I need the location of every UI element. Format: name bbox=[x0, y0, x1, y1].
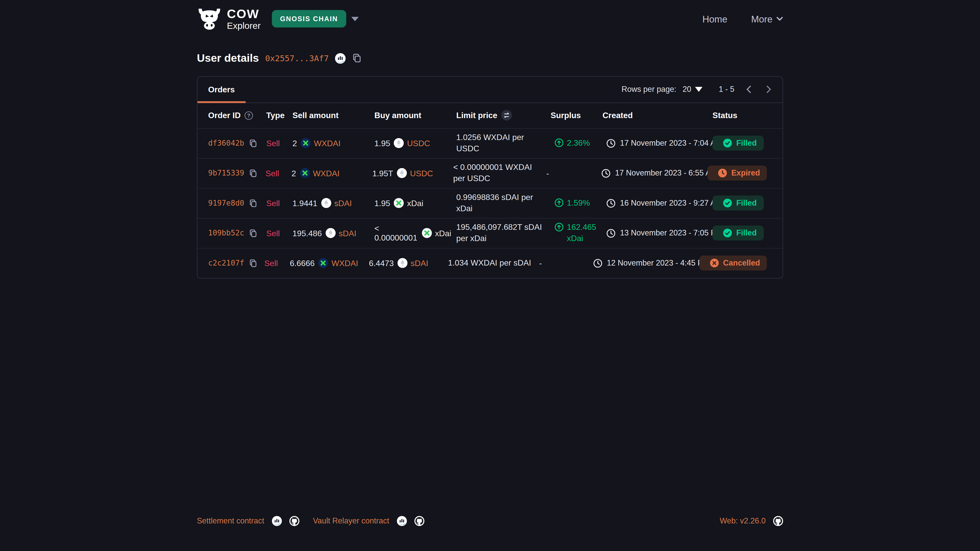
nav-home[interactable]: Home bbox=[702, 14, 727, 24]
network-selector-button[interactable]: GNOSIS CHAIN bbox=[272, 10, 346, 28]
copy-address-icon[interactable] bbox=[352, 53, 362, 63]
sell-amount: 1.9441 bbox=[293, 198, 317, 208]
buy-amount: 1.95 bbox=[374, 198, 390, 208]
copy-order-id-icon[interactable] bbox=[248, 228, 257, 238]
footer-link-label[interactable]: Vault Relayer contract bbox=[313, 516, 389, 525]
order-type-cell: Sell bbox=[264, 259, 290, 268]
buy-token-symbol[interactable]: xDai bbox=[407, 198, 423, 208]
sell-amount-cell: 2WXDAI bbox=[293, 138, 374, 148]
table-row: df36042bSell2WXDAI1.95USDC1.0256 WXDAI p… bbox=[197, 128, 783, 158]
surplus-value-wrap: 1.59% bbox=[551, 197, 590, 208]
clock-icon bbox=[601, 168, 611, 178]
web-version-label: Web: v2.26.0 bbox=[720, 516, 765, 525]
surplus-value: 162.465 xDai bbox=[567, 222, 597, 244]
col-sell-amount: Sell amount bbox=[293, 110, 339, 120]
buy-amount-cell: 1.95xDai bbox=[374, 198, 456, 208]
swap-price-icon[interactable] bbox=[501, 110, 512, 121]
status-label: Filled bbox=[736, 199, 757, 207]
sell-amount-cell: 6.6666WXDAI bbox=[290, 258, 369, 268]
tab-orders[interactable]: Orders bbox=[197, 76, 245, 102]
github-icon[interactable] bbox=[414, 516, 424, 526]
sell-amount-cell: 1.9441sDAI bbox=[293, 198, 374, 208]
usdc-token-icon bbox=[394, 138, 404, 148]
copy-order-id-icon[interactable] bbox=[248, 168, 257, 178]
order-id-link[interactable]: 9197e8d0 bbox=[208, 199, 245, 207]
nav-more[interactable]: More bbox=[751, 14, 783, 24]
clock-icon bbox=[593, 259, 603, 268]
sell-amount: 195.486 bbox=[293, 228, 322, 238]
sdai-token-icon bbox=[326, 228, 336, 238]
created-cell: 16 November 2023 - 9:27 AM bbox=[603, 198, 713, 208]
sell-token-symbol[interactable]: WXDAI bbox=[313, 168, 339, 178]
sdai-token-icon bbox=[321, 198, 331, 208]
order-id-cell: 9b715339 bbox=[208, 168, 266, 178]
limit-price-cell: 0.99698836 sDAI per xDai bbox=[456, 192, 551, 214]
created-cell: 12 November 2023 - 4:45 PM bbox=[589, 259, 699, 268]
copy-order-id-icon[interactable] bbox=[248, 259, 257, 268]
surplus-cell: 1.59% bbox=[551, 197, 603, 208]
sell-token-symbol[interactable]: WXDAI bbox=[314, 138, 340, 148]
footer-contract-link-0: Settlement contract bbox=[197, 516, 299, 526]
block-explorer-icon[interactable] bbox=[396, 516, 407, 526]
sell-token-symbol[interactable]: sDAI bbox=[339, 228, 356, 238]
buy-token-symbol[interactable]: sDAI bbox=[410, 259, 428, 268]
copy-order-id-icon[interactable] bbox=[248, 198, 257, 208]
github-icon[interactable] bbox=[289, 516, 299, 526]
main-nav: Home More bbox=[702, 14, 783, 24]
limit-price: 0.99698836 sDAI per xDai bbox=[456, 192, 546, 214]
status-badge: Filled bbox=[713, 135, 764, 151]
table-row: 9197e8d0Sell1.9441sDAI1.95xDai0.99698836… bbox=[197, 188, 783, 218]
next-page-button[interactable] bbox=[764, 84, 773, 94]
order-id-link[interactable]: df36042b bbox=[208, 139, 245, 148]
brand-logo[interactable]: COW Explorer bbox=[197, 7, 261, 30]
footer-link-label[interactable]: Settlement contract bbox=[197, 516, 264, 525]
github-icon[interactable] bbox=[773, 516, 783, 526]
rows-per-page-caret-icon bbox=[695, 87, 702, 92]
buy-token-symbol[interactable]: xDai bbox=[435, 228, 451, 238]
block-explorer-icon[interactable] bbox=[335, 53, 346, 64]
table-header: Order ID ? Type Sell amount Buy amount L… bbox=[197, 103, 783, 128]
sell-amount-cell: 195.486sDAI bbox=[293, 228, 374, 238]
table-row: 109bb52cSell195.486sDAI< 0.00000001xDai1… bbox=[197, 218, 783, 248]
surplus-up-icon bbox=[554, 222, 564, 232]
nav-more-label: More bbox=[751, 14, 773, 24]
buy-amount-cell: 1.95USDC bbox=[374, 138, 456, 148]
prev-page-button[interactable] bbox=[745, 84, 754, 94]
limit-price-cell: 1.034 WXDAI per sDAI bbox=[448, 258, 539, 268]
order-id-link[interactable]: 109bb52c bbox=[208, 229, 245, 237]
order-id-cell: 9197e8d0 bbox=[208, 198, 266, 208]
limit-price: 1.034 WXDAI per sDAI bbox=[448, 258, 531, 268]
order-id-link[interactable]: 9b715339 bbox=[208, 168, 245, 177]
network-caret-icon[interactable] bbox=[351, 17, 359, 21]
table-row: c2c2107fSell6.6666WXDAI6.4473sDAI1.034 W… bbox=[197, 248, 783, 278]
help-icon[interactable]: ? bbox=[245, 111, 253, 120]
rows-per-page-select[interactable]: 20 bbox=[682, 85, 702, 94]
surplus-empty: - bbox=[546, 168, 549, 178]
limit-price: 1.0256 WXDAI per USDC bbox=[456, 132, 546, 154]
sell-token-symbol[interactable]: WXDAI bbox=[331, 259, 358, 268]
buy-token-symbol[interactable]: USDC bbox=[407, 138, 430, 148]
order-id-cell: c2c2107f bbox=[208, 259, 264, 268]
surplus-value-wrap: 162.465 xDai bbox=[551, 222, 598, 244]
user-address-link[interactable]: 0x2557...3Af7 bbox=[265, 53, 329, 63]
order-type-cell: Sell bbox=[266, 168, 291, 178]
sell-amount: 6.6666 bbox=[290, 259, 315, 268]
order-id-link[interactable]: c2c2107f bbox=[208, 259, 245, 267]
block-explorer-icon[interactable] bbox=[272, 516, 282, 526]
order-type: Sell bbox=[266, 198, 280, 208]
status-cell: Filled bbox=[713, 225, 772, 241]
copy-order-id-icon[interactable] bbox=[248, 138, 257, 148]
created-date: 12 November 2023 - 4:45 PM bbox=[607, 259, 710, 267]
filled-status-icon bbox=[723, 199, 732, 207]
buy-token-symbol[interactable]: USDC bbox=[410, 168, 433, 178]
order-type-cell: Sell bbox=[266, 138, 293, 148]
created-cell: 17 November 2023 - 6:55 AM bbox=[598, 168, 708, 178]
order-type-cell: Sell bbox=[266, 228, 293, 238]
wxdai-token-icon bbox=[318, 258, 328, 268]
order-type: Sell bbox=[266, 228, 280, 238]
clock-icon bbox=[606, 198, 616, 208]
order-id-cell: 109bb52c bbox=[208, 228, 266, 238]
sell-token-symbol[interactable]: sDAI bbox=[334, 198, 352, 208]
filled-status-icon bbox=[723, 139, 732, 148]
created-wrap: 12 November 2023 - 4:45 PM bbox=[589, 259, 709, 268]
